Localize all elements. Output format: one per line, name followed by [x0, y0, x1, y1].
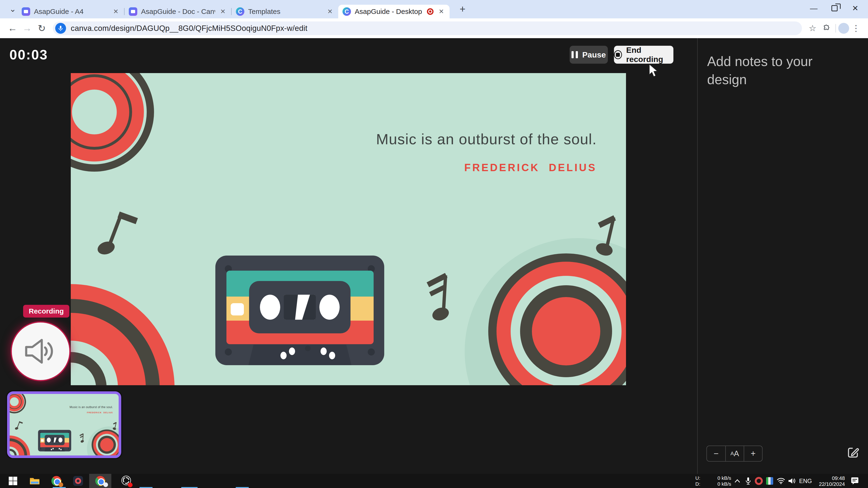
window-restore-button[interactable] [824, 0, 845, 17]
text-size-button[interactable]: AA [725, 446, 744, 461]
url-text[interactable]: canva.com/design/DAGUQp__8G0/QFjcMiH5SOo… [71, 24, 307, 33]
pause-recording-button[interactable]: Pause [569, 46, 608, 64]
back-button[interactable]: ← [5, 21, 20, 36]
recording-badge-label: Recording [29, 307, 64, 315]
obs-studio-button[interactable] [116, 474, 136, 488]
small-a: A [731, 451, 734, 457]
browser-toolbar: ← → ↻ canva.com/design/DAGUQp__8G0/QFjcM… [0, 19, 868, 38]
start-button[interactable] [3, 474, 23, 488]
notes-panel-heading[interactable]: Add notes to your design [707, 52, 839, 89]
tray-microphone-icon[interactable] [743, 474, 753, 488]
windows-taskbar: U:0 kB/s D:0 kB/s [0, 474, 868, 488]
notification-center-button[interactable] [848, 474, 861, 488]
recording-status-badge: Recording [23, 305, 69, 318]
tray-date: 22/10/2024 [813, 481, 845, 487]
end-recording-label: End recording [626, 45, 673, 64]
restore-icon [832, 5, 838, 11]
tray-wifi-icon[interactable] [776, 474, 786, 488]
address-bar[interactable]: canva.com/design/DAGUQp__8G0/QFjcMiH5SOo… [53, 22, 802, 35]
window-minimize-button[interactable]: — [803, 0, 824, 17]
tray-language-indicator[interactable]: ENG [799, 474, 813, 488]
edit-notes-button[interactable] [844, 444, 861, 461]
upload-label: U: [695, 475, 700, 481]
design-canvas[interactable] [71, 73, 626, 385]
microphone-permission-icon[interactable] [55, 23, 66, 34]
tray-clock[interactable]: 09:48 22/10/2024 [813, 475, 845, 488]
chrome-profile1-button[interactable] [46, 474, 66, 488]
page-thumbnail-selected[interactable] [7, 391, 121, 458]
big-a: A [734, 449, 739, 458]
tray-app-icon[interactable] [764, 474, 775, 488]
extensions-icon[interactable] [819, 22, 833, 35]
end-recording-button[interactable]: End recording [614, 46, 673, 64]
screen: ⌄ AsapGuide - A4 ✕ AsapGuide - Doc - Can… [0, 0, 868, 488]
slide-artwork [71, 73, 626, 385]
download-label: D: [695, 481, 700, 487]
window-close-button[interactable]: ✕ [845, 0, 866, 17]
windows-logo-icon [8, 477, 18, 485]
zoom-in-button[interactable]: + [744, 446, 762, 461]
tab-asapguide-a4[interactable]: AsapGuide - A4 ✕ [18, 5, 124, 19]
browser-menu-button[interactable]: ⋮ [849, 22, 863, 35]
tab-title: AsapGuide - Doc - Canva [141, 7, 215, 15]
pause-icon [571, 51, 578, 58]
tab-title: AsapGuide - A4 [34, 7, 108, 15]
network-speed-monitor: U:0 kB/s D:0 kB/s [695, 475, 731, 488]
stop-icon [614, 50, 622, 59]
edit-pencil-icon [846, 446, 860, 459]
obs-icon [121, 476, 131, 486]
recorder-app-icon [73, 476, 83, 486]
download-value: 0 kB/s [717, 481, 731, 487]
notification-icon [850, 477, 859, 485]
mic-icon [58, 25, 64, 31]
thumbnail-artwork [10, 394, 119, 455]
favicon-canva-icon: C [236, 7, 244, 16]
upload-value: 0 kB/s [717, 475, 731, 481]
tab-close-icon[interactable]: ✕ [112, 7, 120, 15]
bookmark-star-icon[interactable]: ☆ [806, 22, 819, 35]
tray-volume-icon[interactable] [786, 474, 797, 488]
pause-label: Pause [582, 50, 606, 59]
profile-badge-icon [103, 482, 108, 487]
new-tab-button[interactable]: + [457, 4, 468, 14]
camera-bubble-audio-indicator[interactable] [12, 323, 69, 380]
tab-close-icon[interactable]: ✕ [219, 7, 227, 15]
tab-search-chevron-icon[interactable]: ⌄ [7, 3, 19, 14]
favicon-design-icon [22, 7, 30, 16]
zoom-out-button[interactable]: − [707, 446, 725, 461]
tray-expand-chevron-icon[interactable] [732, 474, 743, 488]
toolbar-divider [835, 24, 836, 33]
obs-recording-dot [128, 483, 132, 487]
notes-text-size-controls: − AA + [706, 446, 763, 462]
notes-panel-divider [697, 38, 698, 474]
chrome-profile2-button-active[interactable] [89, 474, 111, 488]
favicon-canva-icon: C [342, 7, 351, 16]
tab-recording-indicator-icon [427, 8, 434, 15]
reload-button[interactable]: ↻ [34, 21, 49, 36]
tab-asapguide-desktop-wallpaper-active[interactable]: C AsapGuide - Desktop Wallp ✕ [338, 5, 450, 19]
tray-recorder-icon[interactable] [753, 474, 764, 488]
tab-title: Templates [248, 7, 322, 15]
mouse-cursor [648, 64, 658, 79]
language-label: ENG [799, 478, 812, 484]
profile-badge-icon [59, 482, 63, 487]
file-explorer-button[interactable] [25, 474, 45, 488]
window-controls: — ✕ [803, 0, 866, 17]
tab-title: AsapGuide - Desktop Wallp [355, 7, 423, 15]
tab-close-icon[interactable]: ✕ [437, 7, 445, 15]
tray-time: 09:48 [813, 475, 845, 481]
forward-button[interactable]: → [20, 21, 34, 36]
tab-asapguide-doc[interactable]: AsapGuide - Doc - Canva ✕ [125, 5, 231, 19]
open-app-indicator [181, 487, 198, 488]
folder-icon [30, 477, 40, 485]
profile-avatar[interactable] [838, 23, 849, 34]
tab-close-icon[interactable]: ✕ [326, 7, 334, 15]
browser-tabbar: ⌄ AsapGuide - A4 ✕ AsapGuide - Doc - Can… [0, 0, 868, 19]
open-app-indicator [236, 487, 249, 488]
speaker-icon [24, 338, 57, 364]
recording-timer: 00:03 [9, 47, 48, 63]
tab-strip: AsapGuide - A4 ✕ AsapGuide - Doc - Canva… [18, 5, 450, 19]
screen-recorder-button[interactable] [68, 474, 88, 488]
favicon-design-icon [129, 7, 137, 16]
tab-templates[interactable]: C Templates ✕ [231, 5, 338, 19]
